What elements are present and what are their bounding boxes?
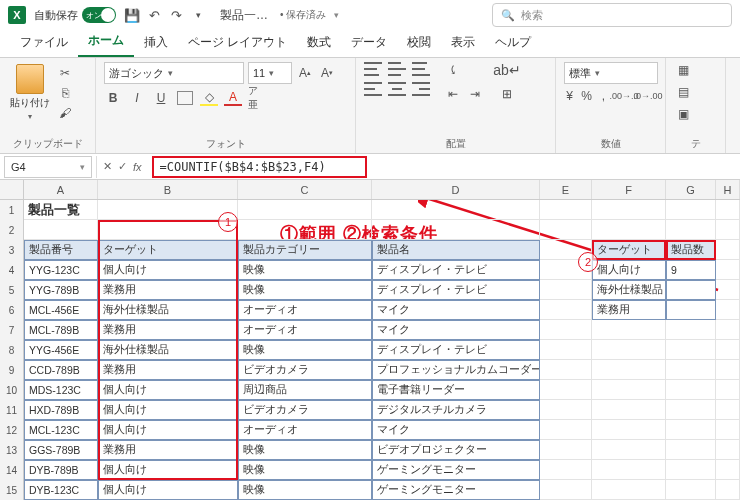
row-header[interactable]: 8	[0, 340, 24, 360]
cell[interactable]	[24, 220, 98, 240]
row-header[interactable]: 15	[0, 480, 24, 500]
cell[interactable]: 業務用	[592, 300, 666, 320]
cell[interactable]	[592, 380, 666, 400]
cell[interactable]	[666, 480, 716, 500]
tab-データ[interactable]: データ	[341, 28, 397, 57]
orientation-icon[interactable]: ⤹	[444, 62, 462, 78]
decrease-font-icon[interactable]: A▾	[318, 65, 336, 81]
row-header[interactable]: 4	[0, 260, 24, 280]
copy-icon[interactable]: ⎘	[56, 85, 74, 101]
cell[interactable]: 個人向け	[98, 380, 238, 400]
cell[interactable]	[592, 440, 666, 460]
cell[interactable]: MCL-123C	[24, 420, 98, 440]
row-header[interactable]: 9	[0, 360, 24, 380]
align-left-icon[interactable]	[364, 82, 382, 96]
cell[interactable]	[716, 480, 740, 500]
decrease-indent-icon[interactable]: ⇤	[444, 86, 462, 102]
column-header[interactable]: D	[372, 180, 540, 199]
italic-button[interactable]: I	[128, 90, 146, 106]
enter-icon[interactable]: ✓	[118, 160, 127, 173]
cell[interactable]	[666, 400, 716, 420]
cell[interactable]	[592, 220, 666, 240]
cell[interactable]	[666, 460, 716, 480]
cell[interactable]: 映像	[238, 280, 372, 300]
cell[interactable]	[98, 220, 238, 240]
cell[interactable]: DYB-789B	[24, 460, 98, 480]
cell[interactable]: マイク	[372, 320, 540, 340]
cell[interactable]	[716, 380, 740, 400]
border-button[interactable]	[176, 90, 194, 106]
cell[interactable]	[540, 380, 592, 400]
phonetic-button[interactable]: ア亜	[248, 90, 266, 106]
cell[interactable]: 業務用	[98, 280, 238, 300]
cell[interactable]: DYB-123C	[24, 480, 98, 500]
cell[interactable]: 個人向け	[98, 420, 238, 440]
cell[interactable]: MCL-456E	[24, 300, 98, 320]
column-header[interactable]: B	[98, 180, 238, 199]
cell[interactable]: 個人向け	[98, 480, 238, 500]
underline-button[interactable]: U	[152, 90, 170, 106]
cell[interactable]	[592, 480, 666, 500]
font-color-button[interactable]: A	[224, 90, 242, 106]
row-header[interactable]: 2	[0, 220, 24, 240]
cell[interactable]: 製品カテゴリー	[238, 240, 372, 260]
tab-ヘルプ[interactable]: ヘルプ	[485, 28, 541, 57]
row-header[interactable]: 11	[0, 400, 24, 420]
cell[interactable]	[716, 260, 740, 280]
cell[interactable]: 9	[666, 260, 716, 280]
cell[interactable]: 製品数	[666, 240, 716, 260]
cell[interactable]: YYG-456E	[24, 340, 98, 360]
align-right-icon[interactable]	[412, 82, 430, 96]
column-header[interactable]: E	[540, 180, 592, 199]
search-input[interactable]: 🔍 検索	[492, 3, 732, 27]
worksheet[interactable]: A B C D E F G H 1製品一覧23製品番号ターゲット製品カテゴリー製…	[0, 180, 740, 500]
cell[interactable]	[716, 360, 740, 380]
cell[interactable]: ビデオカメラ	[238, 400, 372, 420]
column-header[interactable]: A	[24, 180, 98, 199]
row-header[interactable]: 3	[0, 240, 24, 260]
font-name-select[interactable]: 游ゴシック▾	[104, 62, 244, 84]
conditional-format-icon[interactable]: ▦	[674, 62, 692, 78]
cell[interactable]	[98, 200, 238, 220]
autosave-toggle[interactable]: 自動保存 オン	[34, 7, 116, 23]
cell[interactable]	[540, 440, 592, 460]
cell[interactable]	[666, 420, 716, 440]
cell[interactable]: ビデオカメラ	[238, 360, 372, 380]
cell[interactable]: 海外仕様製品	[98, 300, 238, 320]
cell[interactable]: YYG-789B	[24, 280, 98, 300]
column-header[interactable]: G	[666, 180, 716, 199]
cell[interactable]: マイク	[372, 420, 540, 440]
cell[interactable]: プロフェッショナルカムコーダー	[372, 360, 540, 380]
cell[interactable]	[540, 480, 592, 500]
redo-icon[interactable]: ↷	[168, 7, 184, 23]
docname-dropdown-icon[interactable]: ▾	[334, 10, 339, 20]
row-header[interactable]: 10	[0, 380, 24, 400]
cell[interactable]	[716, 280, 740, 300]
cell[interactable]: オーディオ	[238, 320, 372, 340]
column-header[interactable]: F	[592, 180, 666, 199]
cell[interactable]	[666, 360, 716, 380]
cell[interactable]: 周辺商品	[238, 380, 372, 400]
cell[interactable]	[666, 320, 716, 340]
undo-icon[interactable]: ↶	[146, 7, 162, 23]
cell[interactable]	[238, 220, 372, 240]
align-middle-icon[interactable]	[388, 62, 406, 76]
cell[interactable]: 映像	[238, 440, 372, 460]
row-header[interactable]: 14	[0, 460, 24, 480]
format-painter-icon[interactable]: 🖌	[56, 105, 74, 121]
fx-icon[interactable]: fx	[133, 161, 142, 173]
cell[interactable]: ゲーミングモニター	[372, 460, 540, 480]
cell[interactable]	[540, 300, 592, 320]
column-header[interactable]: C	[238, 180, 372, 199]
cell[interactable]	[716, 320, 740, 340]
cell[interactable]	[666, 340, 716, 360]
tab-ホーム[interactable]: ホーム	[78, 26, 134, 57]
number-format-select[interactable]: 標準▾	[564, 62, 658, 84]
cell[interactable]: GGS-789B	[24, 440, 98, 460]
cell[interactable]: デジタルスチルカメラ	[372, 400, 540, 420]
cell[interactable]	[592, 360, 666, 380]
cell[interactable]: YYG-123C	[24, 260, 98, 280]
cell[interactable]	[592, 420, 666, 440]
qat-dropdown-icon[interactable]: ▾	[190, 7, 206, 23]
toggle-switch-icon[interactable]: オン	[82, 7, 116, 23]
